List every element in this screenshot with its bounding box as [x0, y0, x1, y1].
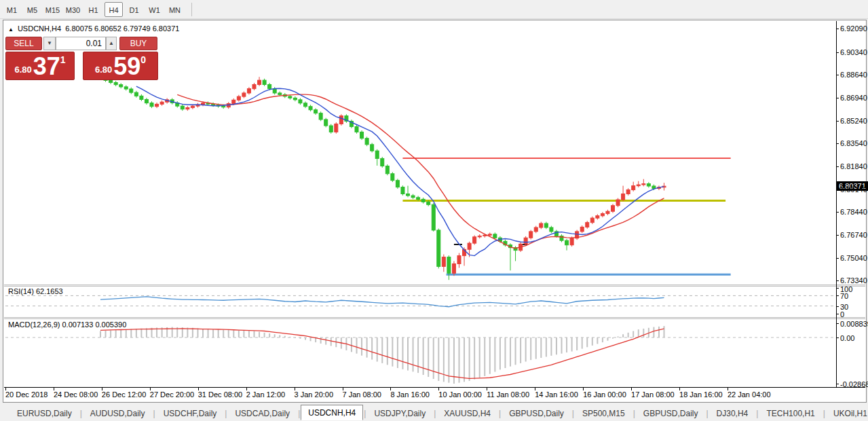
price-axis-tick	[836, 235, 839, 236]
time-axis-label: 3 Jan 20:00	[295, 390, 334, 399]
toolbar-separator	[191, 3, 192, 16]
tab-usdchf-daily[interactable]: USDCHF,Daily	[156, 406, 225, 420]
application-window: M1M5M15M30H1H4D1W1MN ▲USDCNH,H4 6.80075 …	[0, 0, 868, 421]
timeframe-button-m1[interactable]: M1	[3, 2, 21, 17]
macd-axis-tick	[836, 323, 839, 324]
buy-button[interactable]: BUY	[119, 37, 157, 50]
macd-pane[interactable]	[4, 319, 837, 387]
time-axis-label: 22 Jan 04:00	[728, 390, 771, 399]
timeframe-button-m5[interactable]: M5	[23, 2, 41, 17]
time-axis-label: 16 Jan 00:00	[583, 390, 626, 399]
price-axis-label: 6.78440	[840, 208, 867, 216]
macd-axis-tick	[836, 384, 839, 384]
macd-axis-tick	[836, 337, 839, 338]
time-axis-label: 10 Jan 00:00	[438, 390, 482, 399]
price-axis-tick	[836, 212, 839, 213]
tab-eurusd-daily[interactable]: EURUSD,Daily	[10, 406, 79, 420]
timeframe-button-w1[interactable]: W1	[145, 2, 164, 17]
price-axis-label: 6.75040	[840, 254, 867, 262]
time-axis-tick	[728, 388, 728, 390]
candles	[99, 75, 666, 280]
sell-price-digits: 37	[33, 56, 60, 77]
volume-input[interactable]	[56, 37, 106, 50]
price-axis-label: 6.85240	[840, 117, 867, 125]
timeframe-button-m15[interactable]: M15	[43, 2, 62, 17]
time-axis-tick	[679, 388, 680, 390]
sell-button[interactable]: SELL	[5, 37, 42, 50]
price-axis-label: 6.88640	[840, 71, 867, 79]
tab-xauusd-h4[interactable]: XAUUSD,H4	[436, 406, 498, 420]
time-axis-tick	[295, 388, 295, 390]
sell-price-pip: 1	[60, 54, 66, 65]
price-axis-label: 6.80140	[840, 185, 867, 194]
tab-usdcad-daily[interactable]: USDCAD,Daily	[227, 406, 297, 420]
buy-price-digits: 59	[113, 56, 140, 77]
rsi-axis-tick	[836, 295, 839, 296]
time-axis-tick	[54, 388, 54, 390]
symbol-tab-bar: EURUSD,Daily|AUDUSD,Daily|USDCHF,Daily|U…	[0, 403, 868, 420]
price-axis-label: 6.81840	[840, 162, 867, 170]
rsi-axis-label: 70	[840, 292, 848, 300]
price-axis-tick	[836, 166, 839, 167]
time-axis-label: 31 Dec 08:00	[198, 390, 242, 399]
macd-label: MACD(12,26,9) 0.007133 0.005390	[8, 321, 126, 329]
timeframe-button-mn[interactable]: MN	[166, 2, 184, 17]
price-axis-tick	[836, 280, 839, 281]
time-axis-tick	[535, 388, 535, 390]
buy-price-box[interactable]: 6.80 59 0	[83, 52, 158, 80]
tab-ukoil-h1[interactable]: UKOil,H1	[826, 406, 868, 420]
sell-price-box[interactable]: 6.80 37 1	[5, 52, 75, 80]
time-axis-label: 17 Jan 08:00	[631, 390, 675, 399]
time-axis-label: 20 Dec 2018	[5, 390, 48, 399]
volume-up-button[interactable]: ▲	[106, 37, 117, 50]
tab-sp500-m15[interactable]: SP500,M15	[575, 406, 633, 420]
sell-price-prefix: 6.80	[14, 65, 31, 75]
price-axis-label: 6.73340	[840, 276, 867, 285]
time-axis-label: 14 Jan 16:00	[535, 390, 578, 399]
price-axis-label: 6.76740	[840, 231, 867, 239]
time-axis-label: 27 Dec 20:00	[150, 390, 194, 399]
tab-usdjpy-daily[interactable]: USDJPY,Daily	[366, 406, 433, 420]
chevron-down-icon: ▼	[47, 40, 52, 46]
price-axis-label: 6.92090	[840, 24, 867, 33]
rsi-axis-label: 30	[840, 303, 848, 311]
tab-dj30-h4[interactable]: DJ30,H4	[709, 406, 756, 420]
rsi-axis-label: 0	[840, 310, 844, 318]
time-axis-label: 8 Jan 16:00	[390, 390, 430, 399]
time-axis-label: 7 Jan 08:00	[343, 390, 382, 399]
time-axis-tick	[246, 388, 247, 390]
ma-slow-line	[177, 94, 664, 249]
rsi-label: RSI(14) 62.1653	[8, 287, 63, 295]
volume-down-button[interactable]: ▼	[43, 37, 56, 50]
chart-symbol: USDCNH,H4	[18, 24, 61, 33]
ma-fast-line	[136, 86, 664, 256]
time-axis-tick	[583, 388, 584, 390]
rsi-pane[interactable]	[4, 287, 837, 317]
time-axis-tick	[150, 388, 151, 390]
timeframe-button-d1[interactable]: D1	[125, 2, 143, 17]
buy-price-pip: 0	[140, 54, 146, 65]
price-axis-tick	[836, 258, 839, 259]
chart-ohlc-values: 6.80075 6.80652 6.79749 6.80371	[65, 24, 179, 33]
timeframe-button-h4[interactable]: H4	[105, 2, 123, 17]
macd-axis-label: -0.028683	[840, 380, 868, 388]
tab-audusd-daily[interactable]: AUDUSD,Daily	[83, 406, 153, 420]
timeframe-button-m30[interactable]: M30	[64, 2, 82, 17]
time-axis-label: 11 Jan 08:00	[487, 390, 529, 399]
time-axis-label: 2 Jan 12:00	[246, 390, 286, 399]
chart-title: ▲USDCNH,H4 6.80075 6.80652 6.79749 6.803…	[8, 24, 179, 33]
price-axis-tick	[836, 29, 839, 29]
time-axis-tick	[438, 388, 439, 390]
tab-tech100-h1[interactable]: TECH100,H1	[759, 406, 822, 420]
tab-gbpusd-daily[interactable]: GBPUSD,Daily	[502, 406, 571, 420]
price-axis-tick	[836, 98, 839, 98]
time-axis[interactable]: 20 Dec 201824 Dec 08:0026 Dec 12:0027 De…	[4, 388, 865, 402]
tab-usdcnh-h4[interactable]: USDCNH,H4	[301, 405, 363, 420]
price-axis-border	[836, 21, 837, 387]
time-axis-tick	[631, 388, 632, 390]
tab-gbpusd-daily[interactable]: GBPUSD,Daily	[636, 406, 706, 420]
time-axis-tick	[102, 388, 102, 390]
price-axis-label: 6.83540	[840, 139, 867, 147]
timeframe-button-h1[interactable]: H1	[84, 2, 102, 17]
rsi-axis-tick	[836, 314, 839, 314]
